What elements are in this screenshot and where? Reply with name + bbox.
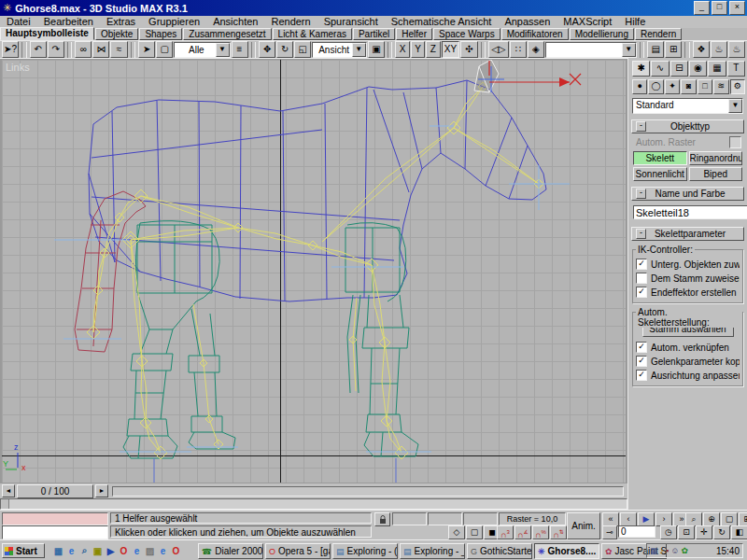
restore-button[interactable]: □ <box>712 1 727 15</box>
ql-search-icon[interactable]: ⌕ <box>78 545 91 556</box>
tray-app1-icon[interactable]: ▪ <box>666 546 669 555</box>
unlink-icon[interactable]: ⋈ <box>92 41 109 58</box>
toolbar-tab[interactable]: Helfer <box>396 28 432 40</box>
menu-item[interactable]: Spuransicht <box>317 16 385 28</box>
collapse-icon[interactable]: - <box>636 121 646 132</box>
ql-imaging-icon[interactable]: ▨ <box>144 546 156 556</box>
toolbar-tab[interactable]: Rendern <box>635 28 682 40</box>
tray-app2-icon[interactable]: ☺ <box>670 546 679 555</box>
utilities-tab[interactable]: T <box>727 61 745 77</box>
checkbox[interactable] <box>636 370 647 381</box>
task-gothicstarter[interactable]: G GothicStarter.. <box>467 543 532 559</box>
rollout-objekttyp[interactable]: - Objekttyp <box>631 119 744 133</box>
checkbox-row[interactable]: Autom. verknüpfen <box>636 341 740 354</box>
snap-percent-icon[interactable]: ∩% <box>532 525 549 539</box>
spacewarps-icon[interactable]: ≋ <box>713 79 728 94</box>
time-config-icon[interactable]: ◷ <box>660 525 677 539</box>
menu-item[interactable]: Hilfe <box>618 16 652 28</box>
collapse-icon[interactable]: - <box>636 229 646 239</box>
next-frame-button[interactable]: › <box>655 512 672 526</box>
object-type-button[interactable]: Sonnenlicht <box>633 167 687 181</box>
toolbar-tab[interactable]: Licht & Kameras <box>273 28 352 40</box>
render-check-icon[interactable]: ◇ <box>448 525 465 539</box>
time-back-button[interactable]: ◄ <box>2 484 15 497</box>
tray-display-icon[interactable]: ▦ <box>650 546 658 555</box>
start-button[interactable]: Start <box>2 543 45 558</box>
ql-media-player-icon[interactable]: ▶ <box>105 546 117 556</box>
region-select-icon[interactable]: ▢ <box>156 41 173 58</box>
pan-view-icon[interactable]: ✛ <box>696 525 712 539</box>
viewport-links[interactable]: Links <box>2 60 626 483</box>
hierarchy-tab[interactable]: ⊟ <box>670 61 688 77</box>
shapes-icon[interactable]: ◯ <box>648 79 663 94</box>
help-mode-icon[interactable]: ➤? <box>2 41 19 58</box>
pivot-mode-icon[interactable]: ▣ <box>368 41 385 58</box>
collapse-icon[interactable]: - <box>636 189 646 199</box>
select-by-name-icon[interactable]: ≡ <box>232 41 248 58</box>
toolbar-tab[interactable]: Zusammengesetzt <box>183 28 271 40</box>
tray-app3-icon[interactable]: ✿ <box>681 546 688 555</box>
time-slider-handle[interactable]: 0 / 100 <box>17 484 93 498</box>
viewport-label[interactable]: Links <box>6 62 30 73</box>
motion-tab[interactable]: ◉ <box>689 61 707 77</box>
link-icon[interactable]: ∞ <box>75 41 92 58</box>
object-type-button[interactable]: Ringanordnung <box>689 151 743 165</box>
selection-lock-button[interactable] <box>374 512 390 526</box>
fov-icon[interactable]: ⊞ <box>739 512 747 526</box>
schematic-view-icon[interactable]: ⊞ <box>665 41 682 58</box>
zoom-icon[interactable]: ⌕ <box>685 512 702 526</box>
checkbox[interactable] <box>636 273 647 284</box>
geometry-icon[interactable]: ● <box>632 79 647 94</box>
task-dialer[interactable]: ☎ Dialer 2000 <box>198 543 263 559</box>
align-icon[interactable]: ◈ <box>528 41 544 58</box>
axis-z-button[interactable]: Z <box>426 41 440 58</box>
play-button[interactable]: ▶ <box>638 512 655 526</box>
object-name-field[interactable] <box>633 205 747 219</box>
scale-icon[interactable]: ◱ <box>294 41 311 58</box>
checkbox[interactable] <box>636 356 647 367</box>
display-tab[interactable]: ▦ <box>708 61 726 77</box>
axis-y-button[interactable]: Y <box>411 41 425 58</box>
ql-ie-icon[interactable]: e <box>65 546 78 556</box>
object-type-button[interactable]: Biped <box>689 167 743 181</box>
toolbar-tab[interactable]: Modellierung <box>570 28 634 40</box>
object-type-button[interactable]: Skelett <box>633 151 687 165</box>
close-button[interactable]: × <box>729 1 745 15</box>
mirror-icon[interactable]: ◁▷ <box>488 41 509 58</box>
menu-item[interactable]: Schematische Ansicht <box>385 16 499 28</box>
track-bar[interactable] <box>0 498 627 510</box>
task-opera[interactable]: O Opera 5 - [ga.. <box>265 543 331 559</box>
create-tab[interactable]: ✱ <box>632 61 650 77</box>
minimize-button[interactable]: _ <box>694 1 710 15</box>
rollout-name-und-farbe[interactable]: - Name und Farbe <box>631 187 744 201</box>
reference-coordsys-dropdown[interactable]: Ansicht <box>312 42 367 58</box>
menu-item[interactable]: MAXScript <box>557 16 618 28</box>
prev-frame-button[interactable]: ‹ <box>620 512 637 526</box>
rollout-skelettparameter[interactable]: - Skelettparameter <box>631 227 744 241</box>
systems-icon[interactable]: ⚙ <box>730 79 745 94</box>
task-explorer-2[interactable]: ▤ Exploring - _.. <box>400 543 465 559</box>
axis-xy-button[interactable]: XY <box>442 41 460 58</box>
rotate-icon[interactable]: ↻ <box>276 41 293 58</box>
select-object-icon[interactable]: ➤ <box>138 41 155 58</box>
checkbox-row[interactable]: Dem Stamm zuweisen <box>636 272 740 285</box>
selection-filter-dropdown[interactable]: Alle <box>174 42 230 58</box>
task-explorer-f[interactable]: ▤ Exploring - (F:) <box>332 543 398 559</box>
menu-item[interactable]: Gruppieren <box>142 16 206 28</box>
minmax-to ggle-icon[interactable]: ◧ <box>731 525 747 539</box>
trackview-icon[interactable]: ▤ <box>647 41 664 58</box>
render-last-icon[interactable]: ♨ <box>728 41 745 58</box>
ql-ie3-icon[interactable]: e <box>157 546 169 556</box>
ql-opera2-icon[interactable]: O <box>170 546 182 556</box>
maxscript-listener-box[interactable] <box>2 525 108 539</box>
arc-rotate-icon[interactable]: ↻ <box>713 525 730 539</box>
lights-icon[interactable]: ✦ <box>665 79 680 94</box>
go-start-button[interactable]: « <box>602 512 619 526</box>
menu-item[interactable]: Rendern <box>264 16 317 28</box>
checkbox[interactable] <box>636 342 647 353</box>
macro-recorder-box[interactable] <box>2 512 108 525</box>
bind-spacewarp-icon[interactable]: ≈ <box>110 41 127 58</box>
helpers-icon[interactable]: □ <box>698 79 712 94</box>
chevron-down-icon[interactable]: ▼ <box>728 99 742 113</box>
snap-3d-icon[interactable]: ∩3 <box>497 525 514 539</box>
